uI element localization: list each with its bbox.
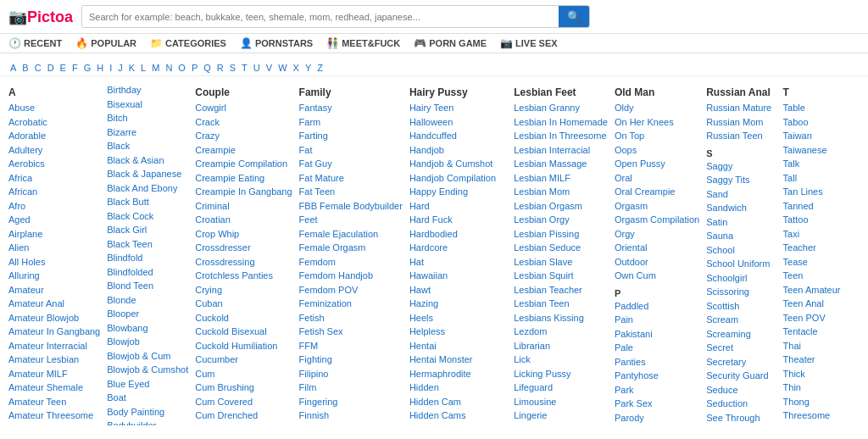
alpha-b[interactable]: B [20,63,30,73]
cat-link-hidden[interactable]: Hidden [409,381,507,395]
cat-link-amateur-interracial[interactable]: Amateur Interracial [8,339,100,353]
cat-link-thong[interactable]: Thong [783,395,853,409]
cat-link-hat[interactable]: Hat [409,255,507,270]
cat-link-ffm[interactable]: FFM [299,339,403,353]
cat-link-cuban[interactable]: Cuban [195,297,292,311]
cat-link-schoolgirl[interactable]: Schoolgirl [706,271,776,286]
alpha-c[interactable]: C [33,63,43,73]
cat-link-black-girl[interactable]: Black Girl [107,223,188,237]
cat-link-black-teen[interactable]: Black Teen [107,237,188,252]
cat-link-orgasm[interactable]: Orgasm [615,199,699,214]
cat-link-threesome[interactable]: Threesome [783,408,853,423]
cat-link-lesbian-slave[interactable]: Lesbian Slave [514,255,608,270]
cat-link-russian-teen[interactable]: Russian Teen [706,129,776,143]
cat-link-lick[interactable]: Lick [514,353,608,367]
cat-link-lesbian-teen[interactable]: Lesbian Teen [514,297,608,311]
cat-link-aged[interactable]: Aged [8,213,100,227]
cat-link-blowjob--cumshot[interactable]: Blowjob & Cumshot [107,363,188,377]
cat-link-bizarre[interactable]: Bizarre [107,125,188,140]
cat-link-femdom-handjob[interactable]: Femdom Handjob [299,269,403,283]
cat-link-cuckold[interactable]: Cuckold [195,311,292,325]
cat-link-lingerie[interactable]: Lingerie [514,408,608,423]
cat-link-taiwanese[interactable]: Taiwanese [783,143,853,158]
cat-link-lesbian-squirt[interactable]: Lesbian Squirt [514,269,608,283]
cat-link-amateur-shemale[interactable]: Amateur Shemale [8,381,100,395]
cat-link-crack[interactable]: Crack [195,115,292,130]
cat-link-paddled[interactable]: Paddled [615,299,699,314]
alpha-f[interactable]: F [70,63,80,73]
cat-link-feet[interactable]: Feet [299,213,403,227]
cat-link-own-cum[interactable]: Own Cum [615,269,699,283]
alpha-q[interactable]: Q [202,63,213,73]
cat-link-bodybuilder[interactable]: Bodybuilder [107,419,188,425]
cat-link-amateur[interactable]: Amateur [8,283,100,297]
cat-link-teen-amateur[interactable]: Teen Amateur [783,283,853,297]
cat-link-black-and-ebony[interactable]: Black And Ebony [107,181,188,196]
cat-link-saggy[interactable]: Saggy [706,159,776,174]
cat-link-on-her-knees[interactable]: On Her Knees [615,115,699,130]
cat-link-tease[interactable]: Tease [783,255,853,270]
cat-link-open-pussy[interactable]: Open Pussy [615,157,699,171]
cat-link-lesbian-mom[interactable]: Lesbian Mom [514,185,608,199]
cat-link-film[interactable]: Film [299,381,403,395]
cat-link-hawaiian[interactable]: Hawaiian [409,269,507,283]
cat-link-school[interactable]: School [706,243,776,258]
cat-link-black--asian[interactable]: Black & Asian [107,153,188,168]
cat-link-handcuffed[interactable]: Handcuffed [409,129,507,143]
cat-link-alluring[interactable]: Alluring [8,269,100,283]
cat-link-handjob[interactable]: Handjob [409,143,507,158]
cat-link-on-top[interactable]: On Top [615,129,699,143]
search-button[interactable]: 🔍 [559,6,589,27]
cat-link-saggy-tits[interactable]: Saggy Tits [706,173,776,187]
cat-link-cum-drenched[interactable]: Cum Drenched [195,408,292,423]
cat-link-fat-mature[interactable]: Fat Mature [299,171,403,186]
logo[interactable]: 📷Pictoa [8,7,73,26]
cat-link-taxi[interactable]: Taxi [783,227,853,242]
cat-link-fat-guy[interactable]: Fat Guy [299,157,403,171]
cat-link-thick[interactable]: Thick [783,367,853,381]
cat-link-lesbian-orgy[interactable]: Lesbian Orgy [514,213,608,227]
cat-link-table[interactable]: Table [783,101,853,115]
cat-link-blowjob[interactable]: Blowjob [107,335,188,349]
cat-link-tall[interactable]: Tall [783,171,853,186]
cat-link-first-time[interactable]: First Time [299,423,403,426]
alpha-t[interactable]: T [240,63,249,73]
nav-item-livesex[interactable]: 📷LIVE SEX [500,37,558,49]
cat-link-outdoor[interactable]: Outdoor [615,255,699,270]
cat-link-cum-drinking[interactable]: Cum Drinking [195,423,292,426]
cat-link-hard-fuck[interactable]: Hard Fuck [409,213,507,227]
cat-link-tan-lines[interactable]: Tan Lines [783,185,853,199]
cat-link-party[interactable]: Party [615,425,699,425]
cat-link-abuse[interactable]: Abuse [8,101,100,115]
cat-link-lipstick[interactable]: Lipstick [514,423,608,426]
cat-link-russian-mom[interactable]: Russian Mom [706,115,776,130]
alpha-n[interactable]: N [164,63,174,73]
cat-link-adultery[interactable]: Adultery [8,143,100,158]
cat-link-oldy[interactable]: Oldy [615,101,699,115]
cat-link-airplane[interactable]: Airplane [8,227,100,242]
alpha-k[interactable]: K [127,63,136,73]
cat-link-body-painting[interactable]: Body Painting [107,405,188,420]
cat-link-amateur-blowjob[interactable]: Amateur Blowjob [8,311,100,325]
cat-link-creampie-compilation[interactable]: Creampie Compilation [195,157,292,171]
cat-link-seduce[interactable]: Seduce [706,383,776,397]
cat-link-teen[interactable]: Teen [783,269,853,283]
cat-link-crying[interactable]: Crying [195,283,292,297]
cat-link-thai[interactable]: Thai [783,339,853,353]
alpha-v[interactable]: V [264,63,274,73]
alpha-s[interactable]: S [228,63,237,73]
cat-link-crossdressing[interactable]: Crossdressing [195,255,292,270]
cat-link-amateur-teen[interactable]: Amateur Teen [8,395,100,409]
cat-link-acrobatic[interactable]: Acrobatic [8,115,100,130]
cat-link-blond-teen[interactable]: Blond Teen [107,279,188,293]
cat-link-female-ejaculation[interactable]: Female Ejaculation [299,227,403,242]
cat-link-africa[interactable]: Africa [8,171,100,186]
cat-link-thin[interactable]: Thin [783,381,853,395]
alpha-m[interactable]: M [150,63,161,73]
cat-link-sand[interactable]: Sand [706,187,776,202]
cat-link-oral-creampie[interactable]: Oral Creampie [615,185,699,199]
cat-link-lesbian-granny[interactable]: Lesbian Granny [514,101,608,115]
cat-link-parody[interactable]: Parody [615,411,699,425]
cat-link-black[interactable]: Black [107,139,188,153]
cat-link-tentacle[interactable]: Tentacle [783,325,853,339]
